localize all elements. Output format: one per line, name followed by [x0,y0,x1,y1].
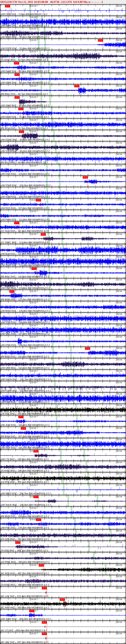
time-label: 16:04 [116,404,122,407]
trigger-flag[interactable]: xT 4 [83,176,88,178]
trigger-flag[interactable]: xT 4 [18,416,23,418]
time-label: 16:03 [30,5,36,8]
trigger-flag[interactable]: xT 4 [42,587,47,590]
time-label: 16:04 [116,393,122,396]
time-label: 16:03 [30,370,36,372]
time-label: 16:04 [116,5,122,8]
time-label: 16:04 [116,575,122,578]
time-label: 16:04 [116,358,122,361]
time-label: 16:04 [116,142,122,144]
time-label: 16:04 [116,16,122,19]
trace-panel-PINE: 16:0316:04UO PINE BHZ -- 393.2km BW HIGH… [1,552,125,564]
time-label: 16:03 [30,313,36,316]
trace-label: CC SWFL BHZ -- 112.8km BW HIGHPASS 2.0 2 [1,241,50,244]
trace-panel-GNW: 16:0316:04xT 4UW GNW BHZ -- 69.8km BW HI… [1,96,125,107]
trace-label: UW OTR EHZ -- 153.2km BW HIGHPASS 2.0 2 [1,401,49,404]
trace-panel-LTY: 16:0316:04xT 4UW LTY BHZ -- 189.6km BW H… [1,450,125,461]
trigger-flag[interactable]: xT 4 [14,222,19,224]
trace-panel-LAS: 16:0316:04xT 4NC LAS SHZ -- 610.4km BW H… [1,586,125,598]
time-label: 16:04 [116,244,122,247]
trigger-flag[interactable]: xT 4 [15,541,20,544]
time-label: 16:03 [30,290,36,293]
time-label: 16:03 [30,85,36,87]
trace-panel-B928: 16:0316:04PB B928 EHZ -- 254.8km BW HIGH… [1,507,125,518]
time-label: 16:03 [30,210,36,213]
trace-panel-SVOH: 16:0316:04UW SVOH EHZ -- 151.1km BW HIGH… [1,370,125,381]
trigger-flag[interactable]: xT 4 [85,347,90,350]
trace-label: CN PFB HHZ -- 203.1km BW HIGHPASS 2.0 2 [1,481,49,484]
time-label: 16:04 [116,416,122,418]
time-label: 16:03 [30,552,36,555]
time-label: 16:04 [116,381,122,384]
time-label: 16:03 [30,564,36,566]
trigger-flag[interactable]: xT 4 [42,632,47,635]
time-label: 16:04 [116,324,122,327]
time-label: 16:03 [30,632,36,635]
trigger-flag[interactable]: xT 4 [15,74,20,76]
trace-label: UW JCW EHZ -- 163.4km BW HIGHPASS 2.0 2 [1,424,49,426]
trigger-flag[interactable]: xT 4 [36,518,41,521]
trace-panel-SUG: 16:0316:04xT 4CC SUG EHZ -- 111.8km BW H… [1,222,125,233]
time-label: 16:03 [30,507,36,510]
trigger-flag[interactable]: xT 4 [41,233,46,236]
trace-panel-B006: 16:0316:04xT 4PB B006 EHZ -- 123.7km BW … [1,290,125,301]
trigger-flag[interactable]: xT 4 [18,108,23,110]
time-label: 16:03 [30,347,36,350]
trace-panel-HTW: 16:0316:04UW HTW EHZ -- 138.3km BW HIGHP… [1,336,125,347]
time-label: 16:03 [30,28,36,30]
trace-label: UW FORK BHZ -- 152.8km BW HIGHPASS 2.0 2 [1,390,51,392]
trace-panel-PFB: 16:0316:04CN PFB HHZ -- 203.1km BW HIGHP… [1,472,125,484]
trigger-flag-line [88,176,88,187]
time-label: 16:03 [30,142,36,144]
trigger-flag[interactable]: xT 4 [9,290,14,293]
trigger-flag[interactable]: xT 4 [42,621,47,624]
time-label: 16:03 [30,416,36,418]
trigger-flag[interactable]: xT 4 [14,62,19,64]
time-label: 16:03 [30,164,36,167]
time-label: 16:04 [116,461,122,464]
trigger-flag[interactable]: xT 4 [19,130,24,133]
trace-label: UW LTY BHZ -- 189.6km BW HIGHPASS 2.0 2 [1,458,48,461]
trigger-flag-line [103,39,103,50]
trace-panel-SHUK: 16:0316:04xT 4UW SHUK BHZ -- 235.6km BW … [1,495,125,507]
trigger-flag[interactable]: xT 4 [15,96,20,99]
time-label: 16:04 [116,73,122,76]
trace-panel-WISH: 16:0316:04UW WISH BHZ -- 50.6km BW HIGHP… [1,28,125,39]
trace-label: UW CPW EHZ -- 0.0km BW HIGHPASS 2.0 2 [1,13,47,16]
time-label: 16:04 [116,176,122,178]
trace-label: UW QOW EHZ -- 115.8km BW HIGHPASS 2.0 2 [1,264,50,267]
trace-label: UW GNW BHZ -- 69.8km BW HIGHPASS 2.0 2 [1,104,49,107]
trigger-flag[interactable]: xT 4 [21,427,26,430]
trace-panel-OTR: 16:0316:04UW OTR EHZ -- 153.2km BW HIGHP… [1,392,125,404]
trace-label: PB B941 EHZ -- 69.7km BW HIGHPASS 2.0 2 [1,93,48,96]
trace-panel-QOW: 16:0316:04UW QOW EHZ -- 115.8km BW HIGHP… [1,256,125,267]
time-label: 16:04 [116,119,122,122]
time-label: 16:04 [116,302,122,304]
trace-label: UW OCP EHZ -- 184.7km BW HIGHPASS 2.0 2 [1,446,49,449]
time-label: 16:04 [116,370,122,372]
trigger-flag[interactable]: xT 4 [29,610,34,612]
time-label: 16:03 [30,16,36,19]
time-label: 16:04 [116,336,122,338]
trace-panel-FORK: 16:0316:04UW FORK BHZ -- 152.8km BW HIGH… [1,381,125,392]
time-label: 16:04 [116,130,122,133]
trigger-flag[interactable]: xT 4 [32,268,36,270]
trigger-flag[interactable]: xT 4 [39,564,44,566]
time-label: 16:03 [30,336,36,338]
trace-panel-B941: 16:0316:04xT 4PB B941 EHZ -- 69.7km BW H… [1,84,125,96]
trigger-flag[interactable]: xT 4 [74,85,79,87]
time-label: 16:03 [30,119,36,122]
trigger-flag[interactable]: xT 4 [60,598,65,601]
trigger-flag[interactable]: xT 4 [98,39,103,42]
trigger-flag[interactable]: xT 4 [33,450,38,452]
trace-label: UW GHW EHZ -- 65.9km BW HIGHPASS 2.0 2 [1,70,49,73]
trigger-flag[interactable]: xT 4 [36,199,41,202]
trace-panel-KRP: 16:0316:04xT 4NC KRP HHZ -- 650.6km BW H… [1,598,125,610]
trace-panel-QZB: 16:0316:04CN QZB BHZ -- 282.0km BW HIGHP… [1,530,125,541]
time-label: 16:04 [116,541,122,544]
trigger-flag[interactable]: xT 4 [33,496,38,498]
trigger-flag[interactable]: xT 4 [5,5,10,8]
time-label: 16:03 [30,575,36,578]
time-label: 16:03 [30,302,36,304]
trace-label: UW JQRV EHZ -- 653.0km BW HIGHPASS 2.0 2 [1,618,51,620]
